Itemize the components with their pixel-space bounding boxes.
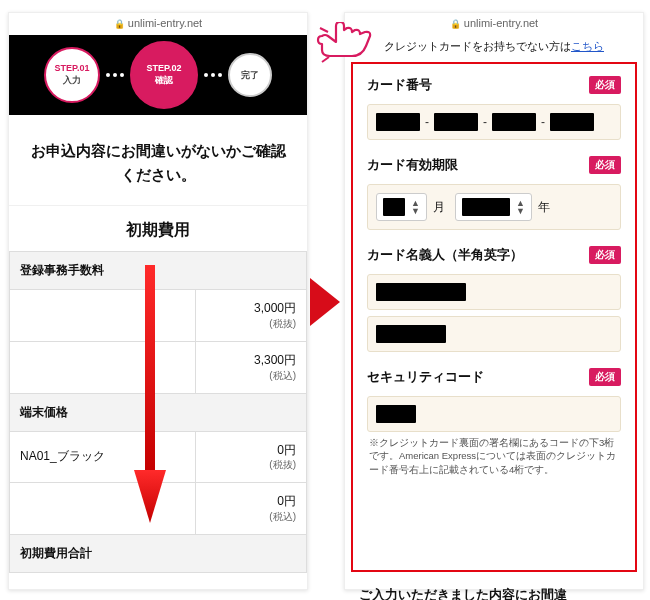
expiry-year-select[interactable]: ▲▼ <box>455 193 532 221</box>
confirm-screen: unlimi-entry.net STEP.01 入力 STEP.02 確認 完… <box>8 12 308 590</box>
cutoff-text: ご入力いただきました内容にお間違 <box>345 578 643 600</box>
lock-icon <box>114 17 128 29</box>
cvc-help-text: ※クレジットカード裏面の署名欄にあるコードの下3桁です。American Exp… <box>367 432 621 476</box>
domain-text: unlimi-entry.net <box>128 17 202 29</box>
address-bar: unlimi-entry.net <box>9 13 307 35</box>
cvc-input[interactable] <box>367 396 621 432</box>
expiry-label: カード有効期限 <box>367 156 458 174</box>
cvc-label: セキュリティコード <box>367 368 484 386</box>
holder-last-input[interactable] <box>367 316 621 352</box>
step-1: STEP.01 入力 <box>44 47 100 103</box>
table-row: 初期費用合計 <box>10 535 307 573</box>
step-2-active: STEP.02 確認 <box>130 41 198 109</box>
confirm-message: お申込内容にお間違いがないかご確認ください。 <box>9 115 307 205</box>
holder-label: カード名義人（半角英字） <box>367 246 523 264</box>
table-row: 端末価格 <box>10 393 307 431</box>
card-input-screen: unlimi-entry.net クレジットカードをお持ちでない方はこちら カー… <box>344 12 644 590</box>
address-bar: unlimi-entry.net <box>345 13 643 35</box>
card-number-input[interactable]: - - - <box>367 104 621 140</box>
table-row: 0円(税込) <box>10 483 307 535</box>
holder-first-input[interactable] <box>367 274 621 310</box>
table-row: 3,000円(税抜) <box>10 290 307 342</box>
step-dots <box>204 73 222 77</box>
table-row: 3,300円(税込) <box>10 341 307 393</box>
no-card-link[interactable]: こちら <box>571 40 604 52</box>
step-3: 完了 <box>228 53 272 97</box>
no-card-note: クレジットカードをお持ちでない方はこちら <box>345 35 643 62</box>
svg-line-2 <box>320 28 328 32</box>
expiry-month-select[interactable]: ▲▼ <box>376 193 427 221</box>
card-form-highlight: カード番号 必須 - - - カード有効期限 必須 ▲▼ 月 <box>351 62 637 572</box>
required-badge: 必須 <box>589 246 621 264</box>
expiry-input-row: ▲▼ 月 ▲▼ 年 <box>367 184 621 230</box>
section-title-initial-fee: 初期費用 <box>9 205 307 251</box>
svg-line-4 <box>322 57 329 62</box>
required-badge: 必須 <box>589 368 621 386</box>
fee-table: 登録事務手数料 3,000円(税抜) 3,300円(税込) 端末価格 NA01_… <box>9 251 307 573</box>
lock-icon <box>450 17 464 29</box>
domain-text: unlimi-entry.net <box>464 17 538 29</box>
chevron-updown-icon: ▲▼ <box>411 199 420 215</box>
required-badge: 必須 <box>589 76 621 94</box>
card-number-label: カード番号 <box>367 76 432 94</box>
progress-stepper: STEP.01 入力 STEP.02 確認 完了 <box>9 35 307 115</box>
step-dots <box>106 73 124 77</box>
required-badge: 必須 <box>589 156 621 174</box>
table-row: NA01_ブラック 0円(税抜) <box>10 431 307 483</box>
chevron-updown-icon: ▲▼ <box>516 199 525 215</box>
table-row: 登録事務手数料 <box>10 252 307 290</box>
next-screen-arrow-icon <box>310 278 340 326</box>
